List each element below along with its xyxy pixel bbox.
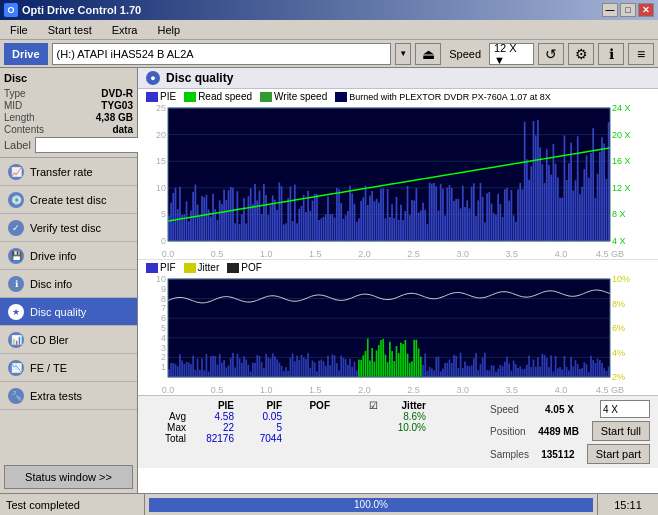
stat-total-jitter: [386, 433, 426, 444]
stats-table: PIE PIF POF ☑ Jitter Avg 4.58 0.05 8.6% …: [146, 400, 474, 464]
stat-header-pie: PIE: [194, 400, 234, 411]
speed-val: 4.05 X: [545, 404, 574, 415]
disc-length-value: 4,38 GB: [96, 112, 133, 123]
jitter-legend-label: Jitter: [198, 262, 220, 273]
settings-button[interactable]: ⚙: [568, 43, 594, 65]
menu-bar: File Start test Extra Help: [0, 20, 658, 40]
stat-max-label: Max: [146, 422, 186, 433]
transfer-rate-icon: 📈: [8, 164, 24, 180]
stat-header-jitter: Jitter: [386, 400, 426, 411]
write-speed-legend-label: Write speed: [274, 91, 327, 102]
sidebar-item-disc-info[interactable]: ℹ Disc info: [0, 270, 137, 298]
stat-total-jitter-blank: [338, 433, 378, 444]
sidebar-item-create-test-disc[interactable]: 💿 Create test disc: [0, 186, 137, 214]
drive-select[interactable]: (H:) ATAPI iHAS524 B AL2A: [52, 43, 392, 65]
content-title: Disc quality: [166, 71, 233, 85]
stat-avg-pof: [290, 411, 330, 422]
nav-label-fe-te: FE / TE: [30, 362, 67, 374]
stat-avg-label: Avg: [146, 411, 186, 422]
start-part-button[interactable]: Start part: [587, 444, 650, 464]
read-speed-legend-box: [184, 92, 196, 102]
disc-label-text: Label: [4, 139, 31, 151]
drive-label: Drive: [4, 43, 48, 65]
stat-total-pie: 82176: [194, 433, 234, 444]
menu-help[interactable]: Help: [151, 22, 186, 38]
sidebar-item-extra-tests[interactable]: 🔧 Extra tests: [0, 382, 137, 410]
content-area: ● Disc quality PIE Read speed Write spee…: [138, 68, 658, 493]
jitter-legend-box: [184, 263, 196, 273]
minimize-button[interactable]: —: [602, 3, 618, 17]
disc-mid-label: MID: [4, 100, 22, 111]
status-bar: Test completed 100.0% 15:11: [0, 493, 658, 515]
refresh-button[interactable]: ↺: [538, 43, 564, 65]
extra-button[interactable]: ≡: [628, 43, 654, 65]
pof-legend-box: [227, 263, 239, 273]
stat-total-pif: 7044: [242, 433, 282, 444]
stat-header-pof: POF: [290, 400, 330, 411]
stat-avg-pie: 4.58: [194, 411, 234, 422]
title-bar: O Opti Drive Control 1.70 — □ ✕: [0, 0, 658, 20]
disc-quality-icon: ★: [8, 304, 24, 320]
speed-select-inline[interactable]: 4 X: [600, 400, 650, 418]
drive-select-arrow[interactable]: ▼: [395, 43, 411, 65]
menu-extra[interactable]: Extra: [106, 22, 144, 38]
speed-key: Speed: [490, 404, 519, 415]
disc-mid-value: TYG03: [101, 100, 133, 111]
maximize-button[interactable]: □: [620, 3, 636, 17]
position-key: Position: [490, 426, 526, 437]
sidebar-item-transfer-rate[interactable]: 📈 Transfer rate: [0, 158, 137, 186]
disc-length-label: Length: [4, 112, 35, 123]
disc-info-panel: Disc Type DVD-R MID TYG03 Length 4,38 GB…: [0, 68, 137, 158]
stat-max-jitter-blank: [338, 422, 378, 433]
progress-bar: 100.0%: [145, 494, 598, 515]
pof-legend-label: POF: [241, 262, 262, 273]
content-header: ● Disc quality: [138, 68, 658, 89]
sidebar-item-verify-test-disc[interactable]: ✓ Verify test disc: [0, 214, 137, 242]
close-button[interactable]: ✕: [638, 3, 654, 17]
stat-total-pof: [290, 433, 330, 444]
sidebar-item-drive-info[interactable]: 💾 Drive info: [0, 242, 137, 270]
speed-select[interactable]: 12 X ▼: [489, 43, 534, 65]
nav-items: 📈 Transfer rate 💿 Create test disc ✓ Ver…: [0, 158, 137, 461]
burned-legend-box: [335, 92, 347, 102]
start-full-button[interactable]: Start full: [592, 421, 650, 441]
speed-label: Speed: [445, 48, 485, 60]
verify-test-disc-icon: ✓: [8, 220, 24, 236]
nav-label-disc-quality: Disc quality: [30, 306, 86, 318]
nav-label-cd-bler: CD Bler: [30, 334, 69, 346]
nav-label-drive-info: Drive info: [30, 250, 76, 262]
samples-key: Samples: [490, 449, 529, 460]
cd-bler-icon: 📊: [8, 332, 24, 348]
sidebar-item-fe-te[interactable]: 📉 FE / TE: [0, 354, 137, 382]
menu-file[interactable]: File: [4, 22, 34, 38]
stat-header-blank: [146, 400, 186, 411]
stats-area: PIE PIF POF ☑ Jitter Avg 4.58 0.05 8.6% …: [138, 395, 658, 468]
nav-label-verify-test-disc: Verify test disc: [30, 222, 101, 234]
write-speed-legend-box: [260, 92, 272, 102]
menu-start-test[interactable]: Start test: [42, 22, 98, 38]
app-icon: O: [4, 3, 18, 17]
burned-legend-label: Burned with PLEXTOR DVDR PX-760A 1.07 at…: [349, 92, 550, 102]
disc-info-icon: ℹ: [8, 276, 24, 292]
status-window-button[interactable]: Status window >>: [4, 465, 133, 489]
info-button[interactable]: ℹ: [598, 43, 624, 65]
pif-legend-label: PIF: [160, 262, 176, 273]
stat-max-jitter: 10.0%: [386, 422, 426, 433]
drive-eject-button[interactable]: ⏏: [415, 43, 441, 65]
nav-label-create-test-disc: Create test disc: [30, 194, 106, 206]
sidebar-item-disc-quality[interactable]: ★ Disc quality: [0, 298, 137, 326]
fe-te-icon: 📉: [8, 360, 24, 376]
disc-section-title: Disc: [4, 72, 133, 84]
content-icon: ●: [146, 71, 160, 85]
pif-chart: [138, 275, 650, 395]
jitter-checkbox[interactable]: ☑: [338, 400, 378, 411]
disc-contents-label: Contents: [4, 124, 44, 135]
stat-avg-pif: 0.05: [242, 411, 282, 422]
disc-contents-value: data: [112, 124, 133, 135]
status-time: 15:11: [598, 494, 658, 515]
stat-max-pof: [290, 422, 330, 433]
nav-label-transfer-rate: Transfer rate: [30, 166, 93, 178]
status-text: Test completed: [0, 494, 145, 515]
create-test-disc-icon: 💿: [8, 192, 24, 208]
sidebar-item-cd-bler[interactable]: 📊 CD Bler: [0, 326, 137, 354]
